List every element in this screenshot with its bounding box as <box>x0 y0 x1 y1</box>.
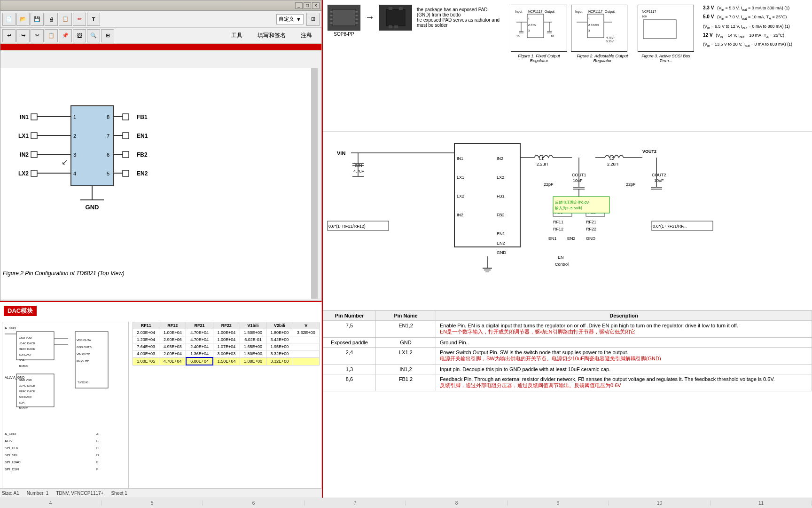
svg-text:10uF: 10uF <box>573 178 583 183</box>
col-rf12: RF12 <box>159 322 186 329</box>
annotate-menu[interactable]: 注释 <box>297 30 316 41</box>
svg-rect-76 <box>330 11 333 13</box>
cut-icon[interactable]: ✂ <box>31 29 44 42</box>
print-icon[interactable]: 🖨 <box>45 13 58 26</box>
svg-text:SPI_CLK: SPI_CLK <box>5 446 18 450</box>
svg-rect-18 <box>123 114 129 120</box>
svg-text:GND VDD: GND VDD <box>19 379 32 381</box>
svg-text:FB1: FB1 <box>497 194 505 198</box>
svg-text:SDI DACF: SDI DACF <box>19 396 32 398</box>
maximize-button[interactable]: □ <box>304 2 311 9</box>
svg-text:RF11: RF11 <box>553 220 563 224</box>
svg-text:22pF: 22pF <box>626 182 636 187</box>
svg-text:LDAC DACB: LDAC DACB <box>19 342 35 345</box>
copy-icon[interactable]: 📋 <box>45 29 58 42</box>
svg-text:GND: GND <box>586 236 596 241</box>
svg-text:0.6*(1+RF11/RF12): 0.6*(1+RF11/RF12) <box>328 224 366 229</box>
svg-rect-75 <box>332 9 356 26</box>
spec-item-12v: 12 V (Vin = 14 V, Iout = 10 mA, TA = 25°… <box>703 31 808 49</box>
chip-image <box>379 5 412 31</box>
package-chip <box>379 5 412 31</box>
svg-text:A: A <box>96 432 99 436</box>
svg-text:EN OUTD: EN OUTD <box>77 360 90 363</box>
ruler-mark-11: 11 <box>710 500 812 506</box>
ic-diagram-svg: IN1 1 LX1 2 IN2 3 LX2 4 FB1 <box>0 68 306 289</box>
pin-row-fb12: 8,6 FB1,2 Feedback Pin. Through an exter… <box>323 374 812 391</box>
bottom-ruler: 4 5 6 7 8 9 10 11 <box>0 498 812 508</box>
main-circuit-schematic: VIN CIN 4.7uF IN1 LX1 LX2 IN2 IN2 LX2 FB… <box>323 132 812 310</box>
table-row: 2.00E+04 1.00E+04 4.70E+04 1.00E+04 1.50… <box>133 329 320 336</box>
undo-icon[interactable]: ↩ <box>2 29 16 42</box>
svg-text:100: 100 <box>642 15 647 18</box>
figure1-title: Figure 1. Fixed Output Regulator <box>511 54 567 63</box>
svg-text:LX1: LX1 <box>18 133 29 139</box>
svg-text:2.2uH: 2.2uH <box>607 162 618 167</box>
svg-text:D: D <box>96 453 99 457</box>
pin-row-gnd: Exposed paddle GND Ground Pin.. <box>323 338 812 348</box>
new-icon[interactable]: 📄 <box>2 13 16 26</box>
col-rf11: RF11 <box>133 322 159 329</box>
svg-text:IN2: IN2 <box>20 151 29 158</box>
en-pin-description-red: EN是一个数字输入，打开或关闭调节器，驱动EN引脚路由打开节器，驱动它低关闭它 <box>440 329 635 334</box>
package-sop8pp: SOP8-PP <box>328 5 360 37</box>
customize-dropdown[interactable]: 自定义 ▼ <box>276 14 304 24</box>
svg-text:TLV30245: TLV30245 <box>78 381 88 384</box>
fill-sign-menu[interactable]: 填写和签名 <box>254 30 289 41</box>
svg-text:LDAC DACB: LDAC DACB <box>19 384 35 387</box>
redo-icon[interactable]: ↪ <box>16 29 30 42</box>
schematic-canvas[interactable]: IN1 1 LX1 2 IN2 3 LX2 4 FB1 <box>0 68 318 299</box>
svg-text:E: E <box>96 460 99 464</box>
dac-schematic-diagram: A_GND GND VDD LDAC DACB REFC DACE SDI DA… <box>2 322 129 491</box>
svg-text:SPI_CSN: SPI_CSN <box>5 468 19 471</box>
minimize-button[interactable]: _ <box>295 2 303 9</box>
svg-text:10: 10 <box>551 35 554 38</box>
svg-rect-119 <box>643 20 676 39</box>
svg-text:Output: Output <box>605 10 615 14</box>
svg-rect-87 <box>394 25 398 28</box>
svg-text:Control: Control <box>555 262 569 267</box>
svg-text:2 XTA: 2 XTA <box>528 24 536 26</box>
pin-row-in12: 1,3 IN1,2 Input pin. Decouple this pin t… <box>323 365 812 374</box>
col-v1bili: V1bili <box>240 322 266 329</box>
fb-pin-description-red: 反馈引脚，通过外部电阻分压器，通过反馈阈值调节输出。反馈阈值电压为0.6V <box>440 382 621 388</box>
svg-text:22pF: 22pF <box>544 182 554 187</box>
svg-rect-79 <box>330 22 333 24</box>
svg-rect-2 <box>31 114 37 120</box>
close-button[interactable]: × <box>312 2 320 9</box>
zoom-icon[interactable]: 🔍 <box>87 29 100 42</box>
open-icon[interactable]: 📂 <box>16 13 30 26</box>
tools-menu[interactable]: 工具 <box>227 30 246 41</box>
svg-text:EN1: EN1 <box>497 231 505 236</box>
sheet-file: TDNV, VFNCCP1117+ <box>56 491 103 496</box>
expand-icon[interactable]: ⊞ <box>306 13 320 26</box>
svg-text:VIN OUTC: VIN OUTC <box>77 353 90 356</box>
col-v: V <box>293 322 319 329</box>
save-icon[interactable]: 💾 <box>31 13 44 26</box>
sheet-size: Size: A1 <box>2 491 19 496</box>
col-rf22: RF22 <box>213 322 240 329</box>
table-row-highlighted: 1.00E+05 4.70E+04 6.80E+04 1.50E+04 1.88… <box>133 357 320 365</box>
grid-icon[interactable]: ⊞ <box>101 29 114 42</box>
pin-row-en12: 7,5 EN1,2 Enable Pin. EN is a digital in… <box>323 321 812 338</box>
paste-icon[interactable]: 📌 <box>59 29 72 42</box>
svg-text:EN2: EN2 <box>567 236 576 241</box>
svg-text:SDA: SDA <box>19 401 24 404</box>
pencil-icon[interactable]: ✏ <box>73 13 86 26</box>
vertical-scrollbar[interactable] <box>311 68 318 299</box>
svg-text:REFC DACE: REFC DACE <box>19 348 35 350</box>
svg-text:8: 8 <box>107 114 109 120</box>
svg-text:5.25V: 5.25V <box>606 40 614 43</box>
text-icon[interactable]: T <box>87 13 100 26</box>
package-note: the package has an exposed PAD (GND) fro… <box>417 7 501 28</box>
tool5-icon[interactable]: 📋 <box>59 13 72 26</box>
svg-rect-10 <box>31 151 37 158</box>
svg-text:TLV5620: TLV5620 <box>19 407 28 410</box>
svg-text:FB2: FB2 <box>137 151 148 158</box>
figure2-circuit: Input NCP1117 Output 1 2 XT265 3 4.75V~ … <box>571 5 634 63</box>
svg-text:IN1: IN1 <box>457 156 463 161</box>
package-label-sop8pp: SOP8-PP <box>328 32 360 37</box>
svg-rect-82 <box>355 18 358 20</box>
figure1-circuit: Input NCP1117 Output 1 2 XTA 3 <box>511 5 567 63</box>
col-rf21: RF21 <box>186 322 213 329</box>
image-icon[interactable]: 🖼 <box>73 29 86 42</box>
